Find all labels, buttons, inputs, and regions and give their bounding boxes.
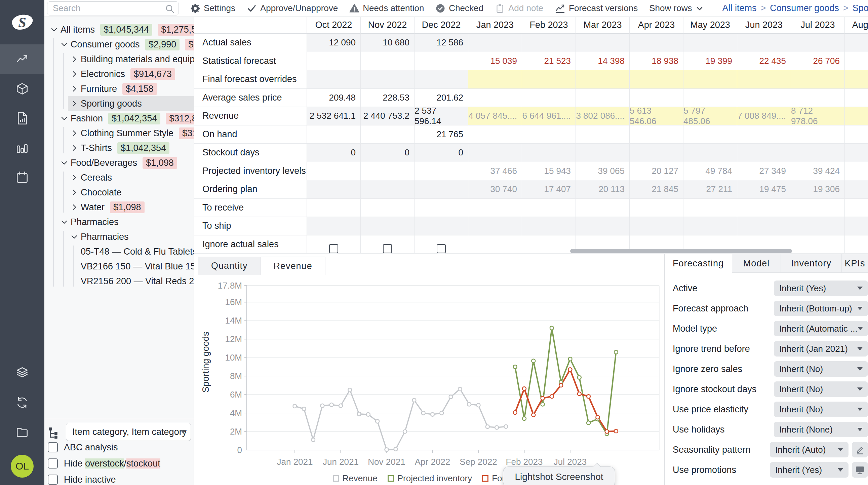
table-cell[interactable] [361,125,414,144]
approve-unapprove-button[interactable]: Approve/Unapprove [247,3,338,13]
table-cell[interactable]: 12 586 [414,34,468,52]
show-rows-button[interactable]: Show rows [649,3,704,13]
table-cell[interactable] [361,180,414,199]
table-cell[interactable] [307,236,361,254]
table-cell[interactable]: 0 [361,144,414,162]
table-cell[interactable] [630,217,683,236]
setting-select[interactable]: Inherit (No) [774,361,868,377]
chevron-down-icon[interactable] [58,159,71,166]
chevron-down-icon[interactable] [58,115,71,122]
setting-select[interactable]: Inherit (Yes) [770,462,848,478]
chevron-down-icon[interactable] [68,233,81,241]
tree-item[interactable]: VB2166 150 — Vital Blue 150 g [81,259,194,274]
setting-select[interactable]: Inherit (Yes) [774,280,868,296]
sidebar-item-inventory[interactable] [0,74,44,103]
table-cell[interactable]: 5 613 546.06 [630,107,683,125]
table-cell[interactable] [683,144,737,162]
table-cell[interactable]: 4 057 845.... [468,107,522,125]
setting-select[interactable]: Inherit (None) [774,422,868,437]
table-cell[interactable] [791,89,845,107]
table-cell[interactable] [307,70,361,89]
table-cell[interactable]: 0 [307,144,361,162]
tree-item[interactable]: Chocolate [68,185,194,200]
table-cell[interactable] [468,34,522,52]
breadcrumb-all-items[interactable]: All items [722,3,756,13]
table-cell[interactable]: 0 [414,144,468,162]
chevron-right-icon[interactable] [68,56,81,63]
table-cell[interactable]: 6 092 [845,107,868,125]
table-cell[interactable]: 27 349 [737,162,791,181]
table-cell[interactable] [845,125,868,144]
table-cell[interactable]: 7 008 849.... [737,107,791,125]
table-cell[interactable] [307,52,361,71]
sidebar-item-projects[interactable] [0,417,44,447]
tree-item[interactable]: Pharmacies [68,230,194,244]
table-cell[interactable]: 2 532 641.1 [307,107,361,125]
edit-pencil-button[interactable] [852,442,868,457]
table-cell[interactable] [414,70,468,89]
hide-inactive-checkbox[interactable] [48,475,58,485]
table-cell[interactable] [845,34,868,52]
table-cell[interactable] [683,217,737,236]
tree-item[interactable]: Electronics$914,673 [68,67,194,81]
sidebar-item-reports[interactable] [0,103,44,133]
ignore-sales-checkbox[interactable] [437,244,446,253]
table-cell[interactable] [791,199,845,217]
chevron-right-icon[interactable] [68,144,81,152]
tab-kpis[interactable]: KPIs [841,254,868,273]
table-cell[interactable]: 5 797 485.06 [683,107,737,125]
table-cell[interactable] [522,199,576,217]
table-cell[interactable] [414,199,468,217]
table-cell[interactable] [791,34,845,52]
table-cell[interactable] [361,162,414,181]
table-cell[interactable]: 39 424 [791,162,845,181]
tree-item[interactable]: T-Shirts$1,042,354 [68,141,194,155]
user-avatar[interactable]: OL [11,455,34,478]
table-cell[interactable]: 8 712 978.06 [791,107,845,125]
table-cell[interactable] [737,217,791,236]
table-cell[interactable]: 19 475 [737,180,791,199]
table-cell[interactable] [361,52,414,71]
chevron-down-icon[interactable] [58,218,71,226]
breadcrumb-sporting-goods[interactable]: Sporting goods [852,3,868,13]
table-cell[interactable] [683,70,737,89]
tree-item[interactable]: All items$1,045,344$1,275,515 [48,22,194,37]
tree-item[interactable]: Building materials and equipment [68,52,194,67]
setting-select[interactable]: Inherit (No) [774,382,868,397]
setting-select[interactable]: Inherit (Bottom-up) [774,301,868,316]
table-cell[interactable] [307,125,361,144]
add-note-button[interactable]: Add note [495,3,543,13]
table-cell[interactable]: 37 466 [468,162,522,181]
table-cell[interactable] [576,217,630,236]
table-cell[interactable]: 201.62 [414,89,468,107]
table-cell[interactable] [576,144,630,162]
table-cell[interactable] [791,217,845,236]
table-cell[interactable]: 14 398 [576,52,630,71]
table-cell[interactable] [522,236,576,254]
ignore-sales-checkbox[interactable] [329,244,338,253]
table-cell[interactable] [683,125,737,144]
table-cell[interactable]: 21 523 [522,52,576,71]
chevron-down-icon[interactable] [58,41,71,48]
table-cell[interactable] [576,89,630,107]
forecast-versions-button[interactable]: Forecast versions [555,3,638,14]
table-cell[interactable] [522,217,576,236]
table-cell[interactable] [845,236,868,254]
table-cell[interactable]: 10 680 [361,34,414,52]
table-cell[interactable] [630,34,683,52]
chevron-down-icon[interactable] [48,26,61,33]
ignore-sales-checkbox[interactable] [383,244,392,253]
tab-forecasting[interactable]: Forecasting [664,254,732,273]
table-cell[interactable] [361,236,414,254]
table-cell[interactable] [791,236,845,254]
tree-item[interactable]: Pharmacies [58,215,194,230]
table-cell[interactable] [468,236,522,254]
tree-item[interactable]: 05-T48 — Cold & Flu Tablets [81,244,194,259]
breadcrumb-consumer-goods[interactable]: Consumer goods [770,3,839,13]
table-cell[interactable]: 18 938 [630,52,683,71]
chevron-right-icon[interactable] [68,70,81,78]
table-cell[interactable] [307,162,361,181]
table-cell[interactable] [630,144,683,162]
table-cell[interactable] [630,70,683,89]
table-cell[interactable] [630,199,683,217]
